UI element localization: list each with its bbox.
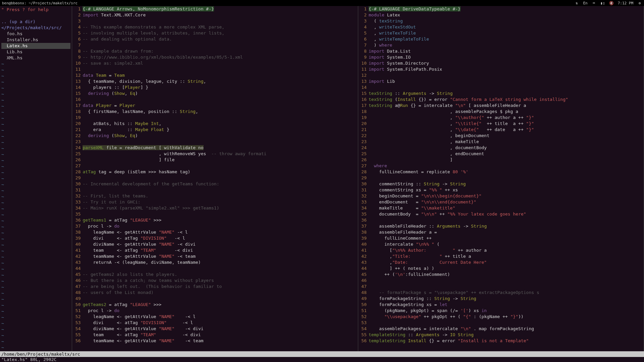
right-line-numbers: 1 2 3 4 5 6 7 8 9 10 11 12 13 14 15 16 1… bbox=[358, 6, 369, 351]
nerdtree-help: " Press ? for help bbox=[1, 7, 70, 13]
file-Latex-hs[interactable]: Latex.hs bbox=[1, 43, 70, 49]
vim-statusline: /home/ben/Projects/makeltx/src bbox=[0, 351, 644, 357]
file-XML-hs[interactable]: XML.hs bbox=[1, 55, 70, 61]
keyboard-icon[interactable]: ⌨ bbox=[592, 1, 596, 5]
left-code-area[interactable]: {-# LANGUAGE Arrows, NoMonomorphismRestr… bbox=[83, 6, 358, 351]
settings-icon[interactable]: ⚙ bbox=[637, 1, 642, 5]
file-foo-hs[interactable]: foo.hs bbox=[1, 31, 70, 37]
nerdtree-path[interactable]: </Projects/makeltx/src/ bbox=[1, 25, 70, 31]
desktop-statusbar: ben@bbeonx: ~/Projects/makeltx/src ⇅ En … bbox=[0, 0, 644, 6]
vim-editor: " Press ? for help .. (up a dir) </Proje… bbox=[0, 6, 644, 351]
clock: 7:12 PM bbox=[618, 1, 633, 5]
left-line-numbers: 1 2 3 4 5 6 7 8 9 10 11 12 13 14 15 16 1… bbox=[72, 6, 83, 351]
battery-icon[interactable]: ▮▯ bbox=[600, 1, 605, 5]
nerdtree-sidebar[interactable]: " Press ? for help .. (up a dir) </Proje… bbox=[0, 6, 72, 351]
volume-icon[interactable]: 🔇 bbox=[609, 1, 614, 5]
network-icon[interactable]: ⇅ bbox=[574, 1, 579, 5]
vim-messageline: "Latex.hs" 80L, 2902C bbox=[0, 357, 644, 362]
window-title: ben@bbeonx: ~/Projects/makeltx/src bbox=[2, 1, 77, 5]
right-code-area[interactable]: {-# LANGUAGE DeriveDataTypeable #-}modul… bbox=[369, 6, 644, 351]
nerdtree-updir[interactable]: .. (up a dir) bbox=[1, 19, 70, 25]
left-editor-pane[interactable]: 1 2 3 4 5 6 7 8 9 10 11 12 13 14 15 16 1… bbox=[72, 6, 358, 351]
right-editor-pane[interactable]: 1 2 3 4 5 6 7 8 9 10 11 12 13 14 15 16 1… bbox=[358, 6, 644, 351]
file-Lib-hs[interactable]: Lib.hs bbox=[1, 49, 70, 55]
keyboard-layout[interactable]: En bbox=[583, 1, 587, 5]
file-Installer-hs[interactable]: Installer.hs bbox=[1, 37, 70, 43]
